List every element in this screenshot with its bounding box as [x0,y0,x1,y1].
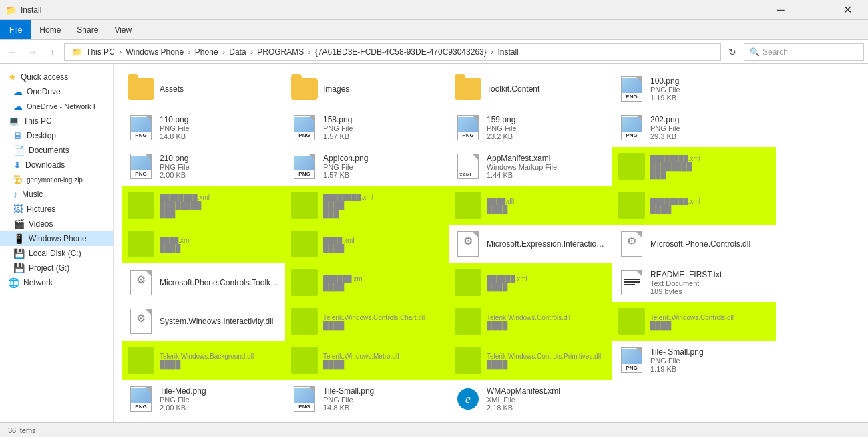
address-breadcrumb: 📁 This PC › Windows Phone › Phone › Data… [70,47,519,57]
computer-icon: 💻 [8,116,19,126]
txt-icon-wrap [618,269,645,296]
blurred-icon-wrap [618,153,645,180]
folder-icon-wrap [455,76,481,102]
dll-icon-wrap: ⚙ [128,269,154,296]
txt-icon [621,270,642,295]
file-item-telerik-controls4[interactable]: Telerik.Windows.Metro.dll ████ [285,341,449,380]
file-size: 29.3 KB [650,132,770,140]
file-item-blurred4[interactable]: ████████.xml ████ [612,186,776,225]
file-item-wmappmanifest[interactable]: e WMAppManifest.xml XML File 2.18 KB [449,380,612,418]
sidebar-label: Videos [29,219,53,229]
file-item-100png[interactable]: PNG 100.png PNG File 1.19 KB [612,69,776,108]
file-item-appicon[interactable]: PNG AppIcon.png PNG File 1.57 KB [285,147,449,186]
sidebar-item-network[interactable]: 🌐 Network [0,275,113,290]
xaml-icon: XAML [457,154,479,179]
sidebar-label: Documents [29,146,69,155]
item-count: 36 items [8,426,36,434]
sidebar-item-onedrive[interactable]: ☁ OneDrive [0,84,113,99]
blurred-icon-wrap [128,231,154,257]
file-item-telerik-primitives[interactable]: Telerik.Windows.Controls.Primitives.dll … [449,341,612,380]
sidebar-item-documents[interactable]: 📄 Documents [0,143,113,158]
search-box[interactable]: 🔍 Search [744,43,864,61]
music-icon: ♪ [13,189,18,200]
maximize-button[interactable]: □ [799,0,829,20]
ribbon-share-tab[interactable]: Share [69,20,106,39]
sidebar-item-project[interactable]: 💾 Project (G:) [0,261,113,275]
sidebar-item-this-pc[interactable]: 💻 This PC [0,114,113,128]
close-button[interactable]: ✕ [832,0,863,20]
file-item-telerik-chart[interactable]: Telerik.Windows.Controls.Chart.dll ████ [285,302,449,341]
file-info: AppIcon.png PNG File 1.57 KB [323,154,443,179]
file-item-tile-med[interactable]: PNG Tile-Med.png PNG File 2.00 KB [122,380,285,418]
refresh-button[interactable]: ↻ [724,43,741,61]
status-bar: 36 items [0,422,868,437]
file-item-blurred2[interactable]: ████████.xml ████████ ███ [122,186,285,225]
png-icon: PNG [621,76,642,102]
ribbon-view-tab[interactable]: View [106,20,140,39]
file-item-tile-small2[interactable]: PNG Tile-Small.png PNG File 14.8 KB [285,380,449,418]
folder-icon-wrap [128,76,154,102]
file-item-blurred3[interactable]: ████████.xml ████ ███ [285,186,449,225]
file-item-toolkit-content[interactable]: Toolkit.Content [449,69,612,108]
ribbon-home-tab[interactable]: Home [31,20,69,39]
file-item-ms-expression[interactable]: ⚙ Microsoft.Expression.Interactions.dll [449,225,612,263]
minimize-button[interactable]: ─ [765,0,796,20]
ie-icon: e [457,388,479,410]
folder-icon-wrap [291,76,318,102]
sidebar-item-windows-phone[interactable]: 📱 Windows Phone [0,231,113,246]
forward-button[interactable]: → [24,43,41,61]
file-item-blurred1[interactable]: ████████.xml ████████ ███ [612,147,776,186]
png-icon-wrap: PNG [618,347,645,374]
file-item-blurred-dll[interactable]: ████.dll ████ [449,186,612,225]
file-type: ████████ [650,162,770,170]
xaml-icon-wrap: XAML [455,153,481,180]
file-item-telerik-controls2[interactable]: Telerik.Windows.Controls.dll ████ [612,302,776,341]
sidebar-item-pictures[interactable]: 🖼 Pictures [0,202,113,216]
file-item-images[interactable]: Images [285,69,449,108]
back-button[interactable]: ← [4,43,21,61]
file-info: AppManifest.xaml Windows Markup File 1.4… [487,154,606,179]
sidebar-item-genymotion[interactable]: 🗜 genymotion-log.zip [0,172,113,187]
blurred-icon-wrap [128,347,154,374]
sidebar-item-desktop[interactable]: 🖥 Desktop [0,128,113,143]
file-item-blurred7[interactable]: ██████.xml ████ [285,263,449,302]
sidebar-label: Music [22,190,43,199]
file-item-ms-phone-controls[interactable]: ⚙ Microsoft.Phone.Controls.dll [612,225,776,263]
sidebar-item-music[interactable]: ♪ Music [0,187,113,202]
file-item-ms-phone-toolkit[interactable]: ⚙ Microsoft.Phone.Controls.Toolkit.dll [122,263,285,302]
dll-icon-wrap: ⚙ [128,308,154,335]
file-item-tile-small1[interactable]: PNG Tile- Small.png PNG File 1.19 KB [612,341,776,380]
sidebar-item-quick-access[interactable]: ★ Quick access [0,69,113,84]
file-item-readme[interactable]: README_FIRST.txt Text Document 189 bytes [612,263,776,302]
sidebar-label: OneDrive - Network I [27,102,95,110]
ribbon-file-tab[interactable]: File [0,20,31,39]
file-item-sys-interactivity[interactable]: ⚙ System.Windows.Interactivity.dll [122,302,285,341]
file-item-210png[interactable]: PNG 210.png PNG File 2.00 KB [122,147,285,186]
file-item-blurred6[interactable]: ████.xml ████ [285,225,449,263]
file-name: 202.png [650,115,770,124]
address-bar: ← → ↑ 📁 This PC › Windows Phone › Phone … [0,40,868,64]
file-item-blurred8[interactable]: ██████.xml ████ [449,263,612,302]
sidebar-item-local-disk[interactable]: 💾 Local Disk (C:) [0,246,113,261]
png-icon-wrap: PNG [128,386,154,412]
file-item-telerik-controls3[interactable]: Telerik.Windows.Background.dll ████ [122,341,285,380]
sidebar-item-onedrive-network[interactable]: ☁ OneDrive - Network I [0,99,113,114]
file-item-202png[interactable]: PNG 202.png PNG File 29.3 KB [612,108,776,147]
file-item-158png[interactable]: PNG 158.png PNG File 1.57 KB [285,108,449,147]
up-button[interactable]: ↑ [44,43,61,61]
sidebar-label: Project (G:) [29,263,69,273]
cloud-icon: ☁ [13,86,23,97]
file-item-assets[interactable]: Assets [122,69,285,108]
file-item-appmanifest[interactable]: XAML AppManifest.xaml Windows Markup Fil… [449,147,612,186]
sidebar-item-videos[interactable]: 🎬 Videos [0,216,113,231]
cloud-icon: ☁ [13,101,23,112]
file-item-159png[interactable]: PNG 159.png PNG File 23.2 KB [449,108,612,147]
sidebar-label: Network [23,278,53,287]
file-name: 159.png [487,115,606,124]
file-item-blurred5[interactable]: ████.xml ████ [122,225,285,263]
file-item-telerik-controls[interactable]: Telerik.Windows.Controls.dll ████ [449,302,612,341]
sidebar-item-downloads[interactable]: ⬇ Downloads [0,158,113,172]
file-type: ████ [487,283,606,291]
file-item-110png[interactable]: PNG 110.png PNG File 14.8 KB [122,108,285,147]
address-path[interactable]: 📁 This PC › Windows Phone › Phone › Data… [64,43,721,61]
